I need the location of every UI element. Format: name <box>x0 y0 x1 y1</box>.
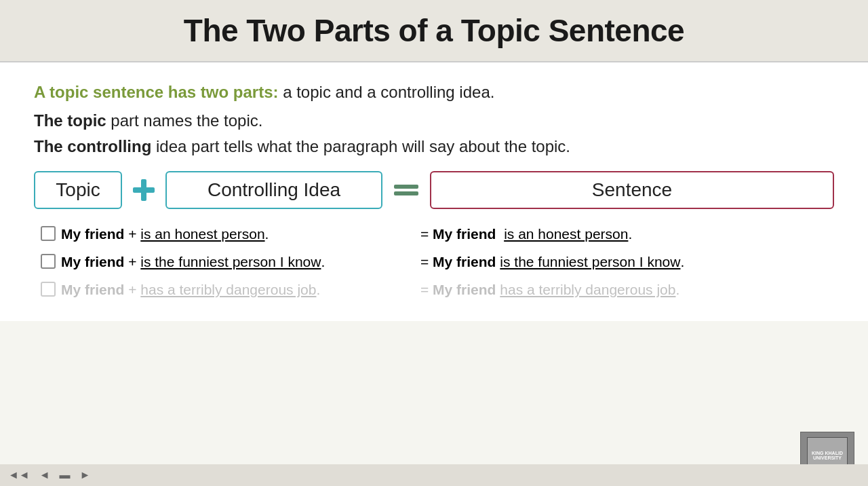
ex3-right-bold: My friend <box>433 282 496 298</box>
bold-controlling: The controlling <box>34 137 151 155</box>
example-row-2: My friend + is the funniest person I kno… <box>41 252 834 270</box>
ex1-bold: My friend <box>61 226 124 242</box>
ex3-right-end: . <box>675 282 679 298</box>
checkbox-1[interactable] <box>41 226 56 241</box>
plus-icon <box>129 175 159 205</box>
box-topic: Topic <box>34 171 122 209</box>
nav-back-start[interactable]: ◄◄ <box>8 469 30 481</box>
ex2-underline: is the funniest person I know <box>140 254 321 270</box>
bottom-bar: ◄◄ ◄ ▬ ► <box>0 464 868 486</box>
box-controlling: Controlling Idea <box>165 171 382 209</box>
ex1-underline: is an honest person <box>140 226 264 242</box>
ex-left-1: My friend + is an honest person . <box>41 224 420 242</box>
body-line-2: The topic part names the topic. <box>34 111 834 130</box>
ex3-eq: = <box>420 282 433 298</box>
ex2-end: . <box>321 254 325 270</box>
examples-section: My friend + is an honest person . = My f… <box>34 224 834 298</box>
ex2-bold: My friend <box>61 254 124 270</box>
intro-line: A topic sentence has two parts: a topic … <box>34 83 834 102</box>
ex-right-2: = My friend is the funniest person I kno… <box>420 254 834 270</box>
ex3-end: . <box>316 282 320 298</box>
nav-forward[interactable]: ► <box>80 469 91 481</box>
ex2-right-end: . <box>680 254 684 270</box>
ex2-plus: + <box>124 254 140 270</box>
ex3-bold: My friend <box>61 282 124 298</box>
equals-line-1 <box>394 185 418 189</box>
ex1-end: . <box>265 226 269 242</box>
line3-rest: idea part tells what the paragraph will … <box>151 137 570 155</box>
ex1-right-underline: is an honest person <box>504 226 628 242</box>
logo-text: KING KHALIDUNIVERSITY <box>812 451 843 460</box>
ex3-plus: + <box>124 282 140 298</box>
ex3-right-underline: has a terribly dangerous job <box>500 282 675 298</box>
body-line-3: The controlling idea part tells what the… <box>34 137 834 156</box>
nav-stop[interactable]: ▬ <box>60 469 71 481</box>
line2-rest: part names the topic. <box>106 111 263 130</box>
intro-rest: a topic and a controlling idea. <box>279 83 495 101</box>
equals-icon <box>389 185 423 195</box>
ex2-eq: = <box>420 254 433 270</box>
checkbox-3[interactable] <box>41 282 56 297</box>
diagram-row: Topic Controlling Idea Sentence <box>34 171 834 209</box>
nav-back[interactable]: ◄ <box>39 469 50 481</box>
intro-highlight: A topic sentence has two parts: <box>34 83 279 101</box>
ex1-right-bold: My friend <box>433 226 496 242</box>
ex1-right-end: . <box>628 226 632 242</box>
ex-right-1: = My friend is an honest person . <box>420 226 834 242</box>
content-area: A topic sentence has two parts: a topic … <box>0 62 868 321</box>
example-row-1: My friend + is an honest person . = My f… <box>41 224 834 242</box>
ex-left-2: My friend + is the funniest person I kno… <box>41 252 420 270</box>
ex1-right-space <box>496 226 504 242</box>
ex-right-3: = My friend has a terribly dangerous job… <box>420 282 834 298</box>
ex2-right-bold: My friend <box>433 254 496 270</box>
ex1-plus: + <box>124 226 140 242</box>
ex2-right-underline: is the funniest person I know <box>500 254 680 270</box>
ex3-underline: has a terribly dangerous job <box>140 282 316 298</box>
checkbox-2[interactable] <box>41 254 56 269</box>
svg-rect-1 <box>133 187 155 193</box>
ex1-eq: = <box>420 226 433 242</box>
example-row-3: My friend + has a terribly dangerous job… <box>41 280 834 298</box>
main-title: The Two Parts of a Topic Sentence <box>27 12 841 49</box>
equals-line-2 <box>394 191 418 195</box>
header-bar: The Two Parts of a Topic Sentence <box>0 0 868 62</box>
bold-topic: The topic <box>34 111 106 130</box>
ex-left-3: My friend + has a terribly dangerous job… <box>41 280 420 298</box>
box-sentence: Sentence <box>430 171 834 209</box>
